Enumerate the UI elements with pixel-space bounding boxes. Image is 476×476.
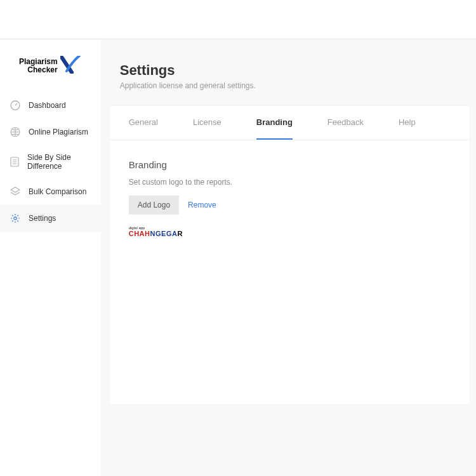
tab-content-branding: Branding Set custom logo to the reports.… <box>110 140 470 258</box>
custom-logo-main-text: CHAHNGEGAR <box>129 230 183 237</box>
sidebar: Plagiarism Checker Dashboard Online Plag… <box>0 40 101 476</box>
tab-feedback[interactable]: Feedback <box>327 106 364 140</box>
remove-logo-link[interactable]: Remove <box>188 201 216 209</box>
tab-general[interactable]: General <box>129 106 158 140</box>
custom-logo-preview: digial app CHAHNGEGAR <box>129 226 183 237</box>
sidebar-item-label: Online Plagiarism <box>29 128 88 136</box>
tabs-bar: General License Branding Feedback Help <box>110 106 470 140</box>
logo-x-icon <box>60 56 82 76</box>
branding-title: Branding <box>129 159 451 170</box>
layers-icon <box>10 186 21 197</box>
tab-branding[interactable]: Branding <box>256 106 293 140</box>
branding-desc: Set custom logo to the reports. <box>129 178 451 187</box>
page-subtitle: Application license and general settings… <box>120 81 459 90</box>
svg-point-3 <box>14 217 17 220</box>
sidebar-item-online-plagiarism[interactable]: Online Plagiarism <box>0 119 101 145</box>
page-title: Settings <box>120 62 459 79</box>
settings-card: General License Branding Feedback Help B… <box>110 106 470 404</box>
tab-help[interactable]: Help <box>399 106 416 140</box>
globe-icon <box>10 126 21 138</box>
document-icon <box>10 156 20 168</box>
tab-license[interactable]: License <box>193 106 221 140</box>
gear-icon <box>10 213 21 224</box>
sidebar-item-side-by-side[interactable]: Side By Side Difference <box>0 145 101 178</box>
logo-line2: Checker <box>19 66 58 74</box>
main-content: Settings Application license and general… <box>101 40 476 476</box>
sidebar-item-label: Settings <box>29 214 56 223</box>
top-bar <box>0 0 476 40</box>
sidebar-item-label: Dashboard <box>29 101 66 110</box>
app-logo: Plagiarism Checker <box>0 50 101 92</box>
sidebar-item-label: Bulk Comparison <box>29 187 86 196</box>
add-logo-button[interactable]: Add Logo <box>129 195 179 215</box>
sidebar-item-bulk-comparison[interactable]: Bulk Comparison <box>0 178 101 205</box>
sidebar-item-settings[interactable]: Settings <box>0 205 101 232</box>
sidebar-item-dashboard[interactable]: Dashboard <box>0 92 101 119</box>
sidebar-item-label: Side By Side Difference <box>27 153 91 171</box>
dashboard-icon <box>10 100 21 111</box>
